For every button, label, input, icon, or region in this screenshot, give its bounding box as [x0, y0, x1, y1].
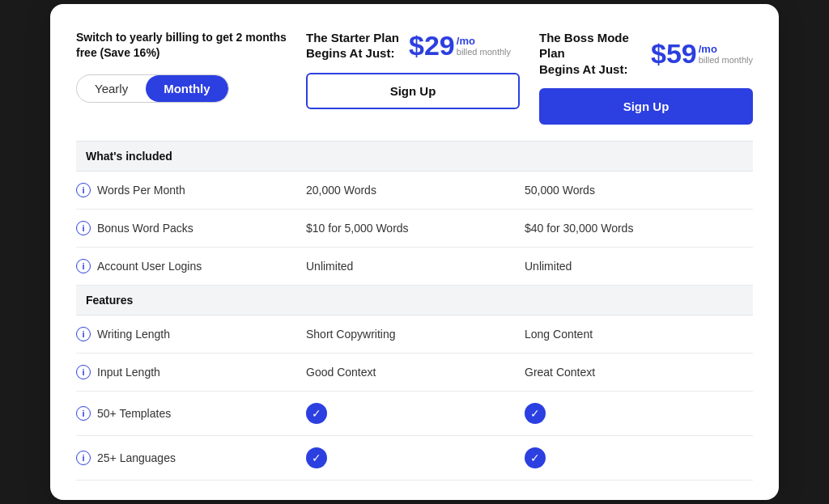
starter-billed: billed monthly: [457, 47, 511, 57]
boss-feature-value: 50,000 Words: [505, 172, 753, 210]
boss-price-suffix: /mo billed monthly: [699, 40, 753, 65]
starter-feature-value: Short Copywriting: [287, 316, 505, 354]
boss-feature-value: ✓: [505, 436, 753, 481]
boss-feature-value: ✓: [505, 392, 753, 436]
starter-signup-button[interactable]: Sign Up: [306, 73, 520, 109]
feature-row: i Account User Logins UnlimitedUnlimited: [76, 248, 753, 286]
info-icon[interactable]: i: [76, 451, 91, 465]
info-icon[interactable]: i: [76, 327, 91, 341]
monthly-toggle[interactable]: Monthly: [146, 75, 228, 102]
feature-name: Writing Length: [97, 328, 170, 341]
header-left: Switch to yearly billing to get 2 months…: [76, 30, 287, 103]
starter-feature-value: ✓: [287, 392, 505, 436]
info-icon[interactable]: i: [76, 259, 91, 273]
boss-feature-value: Unlimited: [505, 248, 753, 286]
feature-label-cell: i 50+ Templates: [76, 392, 287, 436]
boss-plan-title: The Boss Mode PlanBegins At Just:: [539, 30, 641, 78]
section-header-row: Features: [76, 286, 753, 316]
starter-price-block: $29 /mo billed monthly: [409, 32, 511, 59]
starter-price: $29: [409, 32, 455, 59]
feature-label: i Input Length: [76, 365, 287, 379]
pricing-card: Switch to yearly billing to get 2 months…: [50, 4, 779, 501]
billing-toggle: Yearly Monthly: [76, 74, 229, 103]
starter-feature-value: Unlimited: [287, 248, 505, 286]
feature-row: i Input Length Good ContextGreat Context: [76, 354, 753, 392]
feature-row: i Writing Length Short CopywritingLong C…: [76, 316, 753, 354]
feature-label: i 50+ Templates: [76, 406, 287, 421]
boss-title-price: The Boss Mode PlanBegins At Just: $59 /m…: [539, 30, 753, 78]
feature-label: i Writing Length: [76, 327, 287, 341]
feature-label-cell: i Bonus Word Packs: [76, 210, 287, 248]
starter-plan-title: The Starter PlanBegins At Just:: [306, 30, 399, 61]
boss-billed: billed monthly: [699, 55, 753, 65]
feature-label-cell: i Input Length: [76, 354, 287, 392]
section-header-row: What's included: [76, 142, 753, 172]
feature-label: i Words Per Month: [76, 183, 287, 197]
boss-feature-value: Great Context: [505, 354, 753, 392]
feature-name: Account User Logins: [97, 260, 202, 273]
feature-label-cell: i Words Per Month: [76, 172, 287, 210]
info-icon[interactable]: i: [76, 406, 91, 421]
feature-name: 50+ Templates: [97, 407, 171, 420]
yearly-toggle[interactable]: Yearly: [77, 75, 146, 102]
starter-feature-value: ✓: [287, 436, 505, 481]
starter-per: /mo: [457, 35, 511, 47]
feature-table: What's included i Words Per Month 20,000…: [76, 141, 753, 481]
boss-price-block: $59 /mo billed monthly: [651, 40, 753, 67]
starter-feature-value: Good Context: [287, 354, 505, 392]
feature-name: Words Per Month: [97, 184, 185, 197]
starter-title-price: The Starter PlanBegins At Just: $29 /mo …: [306, 30, 520, 61]
feature-label-cell: i Writing Length: [76, 316, 287, 354]
promo-text: Switch to yearly billing to get 2 months…: [76, 30, 287, 61]
feature-row: i Words Per Month 20,000 Words50,000 Wor…: [76, 172, 753, 210]
feature-name: 25+ Languages: [97, 451, 176, 464]
feature-name: Bonus Word Packs: [97, 222, 193, 235]
boss-feature-value: Long Content: [505, 316, 753, 354]
feature-label: i Account User Logins: [76, 259, 287, 273]
feature-label-cell: i Account User Logins: [76, 248, 287, 286]
feature-row: i 50+ Templates ✓✓: [76, 392, 753, 436]
feature-label: i 25+ Languages: [76, 451, 287, 465]
starter-check-icon: ✓: [306, 447, 327, 468]
starter-plan-header: The Starter PlanBegins At Just: $29 /mo …: [287, 30, 520, 109]
info-icon[interactable]: i: [76, 221, 91, 235]
info-icon[interactable]: i: [76, 365, 91, 379]
boss-price: $59: [651, 40, 697, 67]
feature-name: Input Length: [97, 366, 160, 379]
starter-feature-value: 20,000 Words: [287, 172, 505, 210]
boss-feature-value: $40 for 30,000 Words: [505, 210, 753, 248]
boss-check-icon: ✓: [525, 403, 546, 424]
feature-row: i Bonus Word Packs $10 for 5,000 Words$4…: [76, 210, 753, 248]
starter-feature-value: $10 for 5,000 Words: [287, 210, 505, 248]
feature-label: i Bonus Word Packs: [76, 221, 287, 235]
boss-check-icon: ✓: [525, 447, 546, 468]
feature-row: i 25+ Languages ✓✓: [76, 436, 753, 481]
info-icon[interactable]: i: [76, 183, 91, 197]
boss-signup-button[interactable]: Sign Up: [539, 88, 753, 125]
feature-label-cell: i 25+ Languages: [76, 436, 287, 481]
header-row: Switch to yearly billing to get 2 months…: [76, 30, 753, 125]
boss-per: /mo: [699, 43, 753, 55]
boss-plan-header: The Boss Mode PlanBegins At Just: $59 /m…: [520, 30, 753, 125]
starter-price-suffix: /mo billed monthly: [457, 32, 511, 57]
starter-check-icon: ✓: [306, 403, 327, 424]
